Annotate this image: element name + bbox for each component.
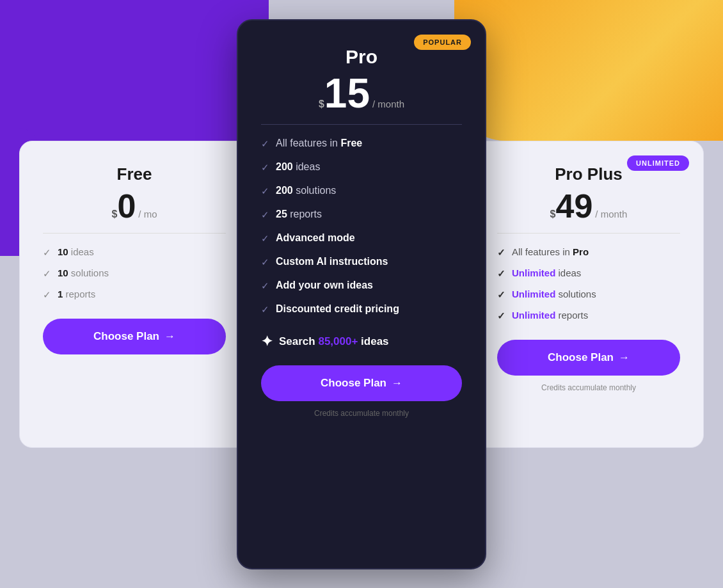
pro-choose-plan-button[interactable]: Choose Plan → (261, 365, 462, 401)
feature-bold: Discounted credit pricing (276, 303, 399, 315)
check-icon: ✓ (497, 289, 505, 301)
pro-choose-plan-label: Choose Plan (321, 377, 386, 390)
search-highlight: 85,000+ (318, 335, 358, 347)
feature-bold: Free (340, 138, 362, 148)
feature-normal: reports (555, 310, 588, 321)
feature-bold: Advanced mode (276, 232, 355, 244)
proplus-plan-price: $ 49 / month (497, 189, 680, 223)
list-item: ✓ Unlimited ideas (497, 267, 680, 280)
feature-purple: Unlimited (512, 267, 555, 278)
feature-normal: ideas (555, 267, 581, 278)
check-icon: ✓ (497, 247, 505, 258)
feature-purple: Unlimited (512, 289, 555, 299)
feature-normal: All features in (276, 138, 340, 148)
proplus-choose-plan-button[interactable]: Choose Plan → (497, 340, 680, 376)
feature-purple: Unlimited (512, 310, 555, 321)
feature-normal: ideas (293, 161, 321, 172)
feature-bold: 25 (276, 209, 287, 219)
list-item: ✓ All features in Pro (497, 246, 680, 258)
pro-arrow-icon: → (392, 377, 402, 390)
list-item: ✓ 25 reports (261, 209, 462, 221)
free-arrow-icon: → (164, 330, 175, 343)
check-icon: ✓ (261, 304, 269, 315)
pro-plan-price: $ 15 / month (261, 73, 462, 114)
list-item: ✓ 200 solutions (261, 185, 462, 197)
feature-bold: 10 (58, 267, 68, 278)
free-plan-title: Free (43, 164, 226, 184)
list-item: ✓ Custom AI instructions (261, 256, 462, 268)
pro-plan-card: POPULAR Pro $ 15 / month ✓ All features … (237, 19, 486, 569)
pro-credits-note: Credits accumulate monthly (261, 409, 462, 418)
feature-normal: All features in (512, 246, 573, 257)
check-icon: ✓ (261, 280, 269, 292)
free-price-period: / mo (138, 209, 157, 219)
free-plan-price: $ 0 / mo (43, 189, 226, 223)
check-icon: ✓ (261, 233, 269, 244)
free-price-dollar: $ (111, 209, 117, 220)
check-icon: ✓ (43, 247, 51, 258)
feature-normal: reports (63, 289, 95, 299)
list-item: ✓ All features in Free (261, 138, 462, 150)
pro-price-period: / month (372, 99, 404, 109)
proplus-price-dollar: $ (550, 209, 556, 220)
pro-price-dollar: $ (319, 99, 324, 110)
list-item: ✓ Advanced mode (261, 232, 462, 244)
feature-bold: Pro (573, 246, 589, 257)
free-feature-list: ✓ 10 ideas ✓ 10 solutions ✓ 1 reports (43, 246, 226, 301)
check-icon: ✓ (43, 268, 51, 280)
proplus-price-amount: 49 (556, 189, 593, 223)
proplus-credits-note: Credits accumulate monthly (497, 383, 680, 392)
unlimited-badge: UNLIMITED (627, 155, 689, 171)
check-icon: ✓ (261, 209, 269, 221)
proplus-plan-card: UNLIMITED Pro Plus $ 49 / month ✓ All fe… (473, 141, 704, 448)
feature-normal: solutions (555, 289, 596, 299)
plans-container: Free $ 0 / mo ✓ 10 ideas ✓ 10 solutions … (10, 19, 713, 569)
feature-bold: Add your own ideas (276, 280, 373, 291)
free-choose-plan-button[interactable]: Choose Plan → (43, 319, 226, 354)
check-icon: ✓ (261, 162, 269, 173)
feature-bold: 10 (58, 246, 68, 257)
check-icon: ✓ (261, 138, 269, 150)
free-plan-card: Free $ 0 / mo ✓ 10 ideas ✓ 10 solutions … (19, 141, 250, 448)
free-divider (43, 233, 226, 234)
proplus-arrow-icon: → (619, 351, 630, 364)
check-icon: ✓ (261, 257, 269, 268)
proplus-feature-list: ✓ All features in Pro ✓ Unlimited ideas … (497, 246, 680, 322)
proplus-price-period: / month (595, 209, 627, 219)
feature-normal: ideas (68, 246, 94, 257)
feature-bold: 200 (276, 185, 293, 196)
feature-normal: solutions (293, 185, 337, 196)
feature-bold: 200 (276, 161, 293, 172)
free-choose-plan-label: Choose Plan (93, 330, 159, 343)
list-item: ✓ Add your own ideas (261, 280, 462, 292)
proplus-choose-plan-label: Choose Plan (548, 351, 614, 364)
pro-search-feature: ✦ Search 85,000+ ideas (261, 333, 462, 350)
check-icon: ✓ (497, 310, 505, 322)
list-item: ✓ 10 ideas (43, 246, 226, 258)
check-icon: ✓ (43, 289, 51, 301)
pro-divider (261, 124, 462, 125)
popular-badge: POPULAR (414, 35, 471, 50)
feature-bold: Custom AI instructions (276, 256, 388, 267)
list-item: ✓ 1 reports (43, 289, 226, 301)
list-item: ✓ Discounted credit pricing (261, 303, 462, 315)
list-item: ✓ 200 ideas (261, 161, 462, 173)
list-item: ✓ Unlimited reports (497, 310, 680, 322)
feature-normal: reports (287, 209, 322, 219)
check-icon: ✓ (261, 186, 269, 197)
proplus-divider (497, 233, 680, 234)
sparkle-icon: ✦ (261, 333, 273, 350)
feature-normal: solutions (68, 267, 109, 278)
list-item: ✓ Unlimited solutions (497, 289, 680, 301)
pro-feature-list: ✓ All features in Free ✓ 200 ideas ✓ 200… (261, 138, 462, 315)
free-price-amount: 0 (117, 189, 136, 223)
list-item: ✓ 10 solutions (43, 267, 226, 280)
check-icon: ✓ (497, 268, 505, 280)
pro-price-amount: 15 (324, 73, 370, 114)
